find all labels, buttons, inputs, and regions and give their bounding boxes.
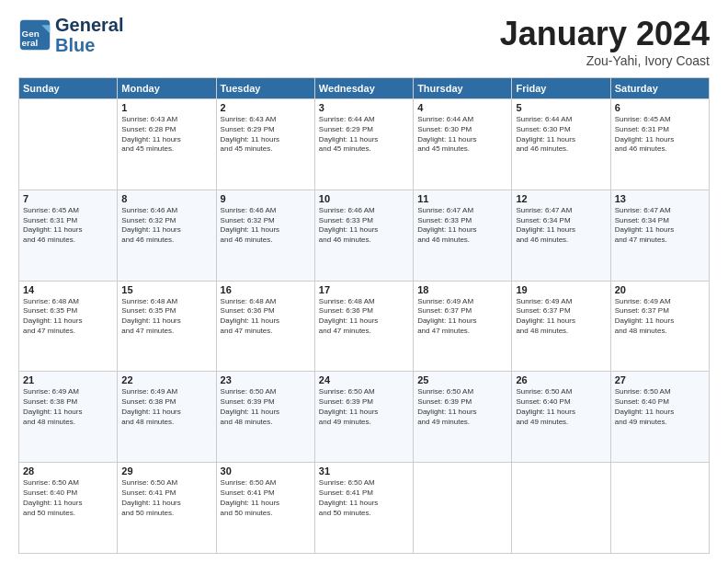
day-content: Sunrise: 6:45 AM Sunset: 6:31 PM Dayligh… <box>615 115 705 155</box>
day-number: 3 <box>319 102 409 113</box>
weekday-header-tuesday: Tuesday <box>216 78 314 99</box>
calendar-cell: 7Sunrise: 6:45 AM Sunset: 6:31 PM Daylig… <box>19 190 118 281</box>
calendar-cell: 22Sunrise: 6:49 AM Sunset: 6:38 PM Dayli… <box>118 372 216 463</box>
day-number: 4 <box>417 102 507 113</box>
day-number: 26 <box>516 374 606 385</box>
title-area: January 2024 Zou-Yahi, Ivory Coast <box>500 15 710 68</box>
location-subtitle: Zou-Yahi, Ivory Coast <box>500 53 710 68</box>
day-number: 30 <box>221 465 311 477</box>
day-number: 18 <box>417 284 507 295</box>
day-content: Sunrise: 6:49 AM Sunset: 6:38 PM Dayligh… <box>23 387 113 427</box>
day-number: 20 <box>615 284 705 295</box>
day-number: 29 <box>121 465 211 477</box>
calendar-cell: 15Sunrise: 6:48 AM Sunset: 6:35 PM Dayli… <box>118 281 216 372</box>
day-number: 5 <box>516 102 606 113</box>
calendar-table: SundayMondayTuesdayWednesdayThursdayFrid… <box>18 77 710 554</box>
weekday-header-friday: Friday <box>512 78 610 99</box>
day-content: Sunrise: 6:47 AM Sunset: 6:34 PM Dayligh… <box>516 206 606 246</box>
day-content: Sunrise: 6:43 AM Sunset: 6:28 PM Dayligh… <box>121 115 211 155</box>
calendar-cell <box>414 463 512 554</box>
day-content: Sunrise: 6:48 AM Sunset: 6:36 PM Dayligh… <box>319 297 409 337</box>
day-number: 21 <box>23 374 113 385</box>
day-number: 1 <box>121 102 211 113</box>
day-number: 31 <box>319 465 409 477</box>
weekday-header-thursday: Thursday <box>414 78 512 99</box>
day-content: Sunrise: 6:50 AM Sunset: 6:40 PM Dayligh… <box>615 387 705 427</box>
day-content: Sunrise: 6:46 AM Sunset: 6:33 PM Dayligh… <box>319 206 409 246</box>
calendar-cell: 23Sunrise: 6:50 AM Sunset: 6:39 PM Dayli… <box>216 372 314 463</box>
weekday-header-wednesday: Wednesday <box>314 78 413 99</box>
calendar-cell: 3Sunrise: 6:44 AM Sunset: 6:29 PM Daylig… <box>314 99 413 190</box>
day-number: 15 <box>121 284 211 295</box>
weekday-header-monday: Monday <box>118 78 216 99</box>
day-number: 24 <box>319 374 409 385</box>
calendar-cell: 28Sunrise: 6:50 AM Sunset: 6:40 PM Dayli… <box>19 463 118 554</box>
day-content: Sunrise: 6:48 AM Sunset: 6:35 PM Dayligh… <box>23 297 113 337</box>
day-content: Sunrise: 6:48 AM Sunset: 6:36 PM Dayligh… <box>221 297 311 337</box>
day-content: Sunrise: 6:50 AM Sunset: 6:41 PM Dayligh… <box>121 478 211 518</box>
calendar-cell: 25Sunrise: 6:50 AM Sunset: 6:39 PM Dayli… <box>414 372 512 463</box>
calendar-cell: 21Sunrise: 6:49 AM Sunset: 6:38 PM Dayli… <box>19 372 118 463</box>
day-number: 2 <box>221 102 311 113</box>
calendar-cell: 6Sunrise: 6:45 AM Sunset: 6:31 PM Daylig… <box>610 99 709 190</box>
weekday-header-sunday: Sunday <box>19 78 118 99</box>
calendar-cell <box>610 463 709 554</box>
day-number: 7 <box>23 193 113 204</box>
month-title: January 2024 <box>500 15 710 53</box>
day-content: Sunrise: 6:44 AM Sunset: 6:30 PM Dayligh… <box>417 115 507 155</box>
calendar-cell: 24Sunrise: 6:50 AM Sunset: 6:39 PM Dayli… <box>314 372 413 463</box>
day-number: 11 <box>417 193 507 204</box>
page: Gen eral General Blue January 2024 Zou-Y… <box>0 0 728 563</box>
day-number: 17 <box>319 284 409 295</box>
day-content: Sunrise: 6:49 AM Sunset: 6:38 PM Dayligh… <box>121 387 211 427</box>
logo-text-line2: Blue <box>55 35 123 55</box>
day-content: Sunrise: 6:47 AM Sunset: 6:34 PM Dayligh… <box>615 206 705 246</box>
header: Gen eral General Blue January 2024 Zou-Y… <box>18 15 710 68</box>
day-number: 22 <box>121 374 211 385</box>
calendar-cell: 9Sunrise: 6:46 AM Sunset: 6:32 PM Daylig… <box>216 190 314 281</box>
calendar-cell: 26Sunrise: 6:50 AM Sunset: 6:40 PM Dayli… <box>512 372 610 463</box>
day-number: 10 <box>319 193 409 204</box>
calendar-cell: 27Sunrise: 6:50 AM Sunset: 6:40 PM Dayli… <box>610 372 709 463</box>
calendar-cell: 30Sunrise: 6:50 AM Sunset: 6:41 PM Dayli… <box>216 463 314 554</box>
day-number: 14 <box>23 284 113 295</box>
logo-area: Gen eral General Blue <box>18 15 123 55</box>
day-content: Sunrise: 6:49 AM Sunset: 6:37 PM Dayligh… <box>615 297 705 337</box>
day-number: 8 <box>121 193 211 204</box>
calendar-cell: 2Sunrise: 6:43 AM Sunset: 6:29 PM Daylig… <box>216 99 314 190</box>
calendar-cell: 12Sunrise: 6:47 AM Sunset: 6:34 PM Dayli… <box>512 190 610 281</box>
calendar-cell: 19Sunrise: 6:49 AM Sunset: 6:37 PM Dayli… <box>512 281 610 372</box>
calendar-cell: 31Sunrise: 6:50 AM Sunset: 6:41 PM Dayli… <box>314 463 413 554</box>
day-number: 12 <box>516 193 606 204</box>
calendar-cell: 8Sunrise: 6:46 AM Sunset: 6:32 PM Daylig… <box>118 190 216 281</box>
calendar-cell: 29Sunrise: 6:50 AM Sunset: 6:41 PM Dayli… <box>118 463 216 554</box>
day-number: 25 <box>417 374 507 385</box>
day-content: Sunrise: 6:50 AM Sunset: 6:41 PM Dayligh… <box>221 478 311 518</box>
calendar-cell: 13Sunrise: 6:47 AM Sunset: 6:34 PM Dayli… <box>610 190 709 281</box>
day-content: Sunrise: 6:50 AM Sunset: 6:40 PM Dayligh… <box>23 478 113 518</box>
day-number: 16 <box>221 284 311 295</box>
day-content: Sunrise: 6:49 AM Sunset: 6:37 PM Dayligh… <box>417 297 507 337</box>
logo-text-line1: General <box>55 15 123 35</box>
calendar-cell <box>19 99 118 190</box>
calendar-cell: 1Sunrise: 6:43 AM Sunset: 6:28 PM Daylig… <box>118 99 216 190</box>
day-content: Sunrise: 6:50 AM Sunset: 6:41 PM Dayligh… <box>319 478 409 518</box>
day-number: 6 <box>615 102 705 113</box>
calendar-cell: 17Sunrise: 6:48 AM Sunset: 6:36 PM Dayli… <box>314 281 413 372</box>
logo-icon: Gen eral <box>18 18 51 52</box>
calendar-cell: 4Sunrise: 6:44 AM Sunset: 6:30 PM Daylig… <box>414 99 512 190</box>
weekday-header-saturday: Saturday <box>610 78 709 99</box>
day-number: 27 <box>615 374 705 385</box>
day-content: Sunrise: 6:44 AM Sunset: 6:30 PM Dayligh… <box>516 115 606 155</box>
day-number: 23 <box>221 374 311 385</box>
day-content: Sunrise: 6:43 AM Sunset: 6:29 PM Dayligh… <box>221 115 311 155</box>
day-number: 13 <box>615 193 705 204</box>
day-content: Sunrise: 6:49 AM Sunset: 6:37 PM Dayligh… <box>516 297 606 337</box>
calendar-cell: 10Sunrise: 6:46 AM Sunset: 6:33 PM Dayli… <box>314 190 413 281</box>
calendar-cell: 16Sunrise: 6:48 AM Sunset: 6:36 PM Dayli… <box>216 281 314 372</box>
calendar-cell <box>512 463 610 554</box>
day-content: Sunrise: 6:50 AM Sunset: 6:40 PM Dayligh… <box>516 387 606 427</box>
day-number: 9 <box>221 193 311 204</box>
day-number: 19 <box>516 284 606 295</box>
calendar-cell: 14Sunrise: 6:48 AM Sunset: 6:35 PM Dayli… <box>19 281 118 372</box>
